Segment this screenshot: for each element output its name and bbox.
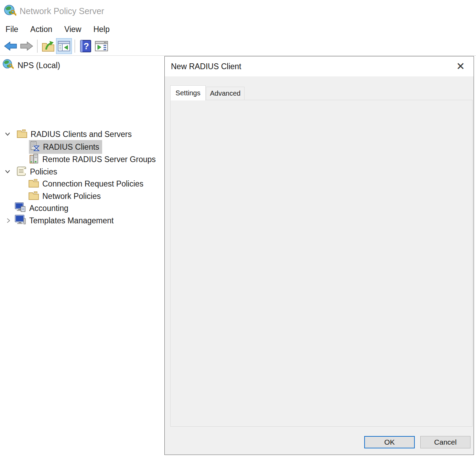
dialog-title: New RADIUS Client xyxy=(171,62,241,71)
tree-item-label: Templates Management xyxy=(29,216,113,225)
tree-item-radius-clients[interactable]: RADIUS Clients xyxy=(29,141,102,153)
svg-text:?: ? xyxy=(84,41,89,51)
tree-item-nps-local[interactable]: NPS (Local) xyxy=(2,59,60,72)
chevron-down-icon[interactable] xyxy=(4,130,11,137)
tree-item-network-policies[interactable]: Network Policies xyxy=(28,190,101,202)
console-tree: NPS (Local) RADIUS Clients and Servers R… xyxy=(0,56,164,457)
new-radius-client-dialog: New RADIUS Client ✕ Settings Advanced En… xyxy=(164,56,474,455)
scroll-icon xyxy=(16,166,27,178)
show-console-tree-icon[interactable] xyxy=(56,38,72,54)
folder-icon xyxy=(28,191,39,202)
dialog-titlebar: New RADIUS Client ✕ xyxy=(165,56,474,76)
menu-view[interactable]: View xyxy=(64,25,81,34)
server-group-icon xyxy=(29,153,39,165)
accounting-icon xyxy=(14,202,26,214)
tree-item-label: Accounting xyxy=(29,204,68,213)
menu-help[interactable]: Help xyxy=(93,25,109,34)
menu-action[interactable]: Action xyxy=(30,25,52,34)
cancel-button[interactable]: Cancel xyxy=(420,436,470,448)
tree-item-templates-management[interactable]: Templates Management xyxy=(14,214,113,227)
tab-advanced[interactable]: Advanced xyxy=(206,87,245,100)
tree-item-label: NPS (Local) xyxy=(18,61,60,70)
tree-item-label: RADIUS Clients and Servers xyxy=(31,130,132,139)
globe-key-icon xyxy=(2,59,14,72)
tree-item-radius-clients-and-servers[interactable]: RADIUS Clients and Servers xyxy=(17,128,132,140)
toolbar-separator xyxy=(37,40,37,53)
tree-item-label: Network Policies xyxy=(42,192,101,201)
tree-item-label: Policies xyxy=(30,167,57,177)
back-icon[interactable] xyxy=(3,38,19,54)
radius-clients-icon xyxy=(30,141,40,153)
tree-item-label: Connection Request Policies xyxy=(42,179,143,189)
help-icon[interactable]: ? xyxy=(78,38,94,54)
toolbar: ? xyxy=(0,36,476,56)
chevron-down-icon[interactable] xyxy=(4,168,11,175)
tree-item-connection-request-policies[interactable]: Connection Request Policies xyxy=(28,178,143,190)
menu-file[interactable]: File xyxy=(6,25,18,34)
window-titlebar: Network Policy Server xyxy=(0,0,476,22)
forward-icon[interactable] xyxy=(19,38,34,54)
folder-icon xyxy=(28,178,39,189)
menu-bar: File Action View Help xyxy=(0,22,476,36)
tree-item-label: RADIUS Clients xyxy=(43,142,99,152)
app-title: Network Policy Server xyxy=(20,6,104,16)
settings-tab-page xyxy=(170,100,473,427)
tree-item-remote-radius-server-groups[interactable]: Remote RADIUS Server Groups xyxy=(29,153,156,166)
show-action-pane-icon[interactable] xyxy=(94,38,109,54)
folder-icon xyxy=(17,129,28,140)
templates-icon xyxy=(14,214,26,227)
export-list-icon[interactable] xyxy=(40,38,56,54)
ok-button[interactable]: OK xyxy=(364,436,415,448)
close-icon[interactable]: ✕ xyxy=(454,60,467,73)
tree-item-accounting[interactable]: Accounting xyxy=(14,202,68,214)
tab-settings[interactable]: Settings xyxy=(170,85,206,100)
chevron-right-icon[interactable] xyxy=(5,217,12,224)
nps-app-icon xyxy=(3,4,17,19)
toolbar-separator xyxy=(75,40,75,53)
tree-item-policies[interactable]: Policies xyxy=(16,166,57,178)
tree-item-label: Remote RADIUS Server Groups xyxy=(42,155,156,164)
